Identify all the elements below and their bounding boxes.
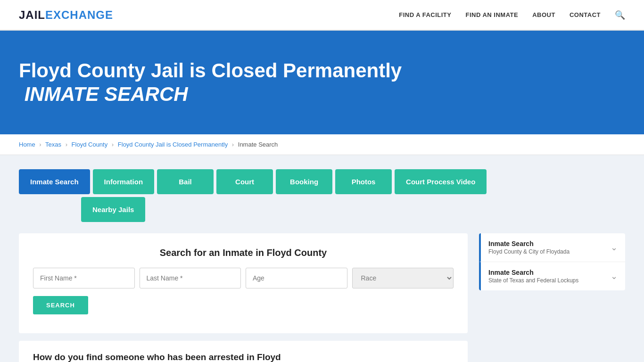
sidebar-item-texas-federal[interactable]: Inmate Search State of Texas and Federal… bbox=[479, 262, 625, 290]
breadcrumb-sep-1: › bbox=[39, 141, 41, 148]
breadcrumb: Home › Texas › Floyd County › Floyd Coun… bbox=[0, 134, 644, 155]
header: JAILEXCHANGE FIND A FACILITY FIND AN INM… bbox=[0, 0, 644, 31]
breadcrumb-home[interactable]: Home bbox=[19, 141, 35, 148]
tab-information[interactable]: Information bbox=[93, 169, 155, 194]
logo[interactable]: JAILEXCHANGE bbox=[19, 8, 113, 22]
hero-title-italic: INMATE SEARCH bbox=[25, 83, 188, 105]
content-grid: Search for an Inmate in Floyd County Rac… bbox=[19, 233, 625, 362]
first-name-input[interactable] bbox=[33, 268, 135, 288]
breadcrumb-texas[interactable]: Texas bbox=[45, 141, 61, 148]
search-fields: Race White Black Hispanic Asian Other bbox=[33, 268, 454, 288]
age-input[interactable] bbox=[246, 268, 347, 288]
logo-jail: JAIL bbox=[19, 8, 45, 21]
tab-photos[interactable]: Photos bbox=[335, 169, 392, 194]
breadcrumb-sep-2: › bbox=[66, 141, 67, 148]
tab-inmate-search[interactable]: Inmate Search bbox=[19, 169, 90, 194]
tab-court-process-video[interactable]: Court Process Video bbox=[395, 169, 487, 194]
hero-title-main: Floyd County Jail is Closed Permanently bbox=[19, 59, 402, 82]
tab-court[interactable]: Court bbox=[216, 169, 273, 194]
search-card: Search for an Inmate in Floyd County Rac… bbox=[19, 233, 468, 333]
breadcrumb-sep-4: › bbox=[232, 141, 234, 148]
chevron-down-icon-1: ⌄ bbox=[611, 242, 618, 253]
sidebar-item-floyd-county-title: Inmate Search bbox=[488, 240, 570, 247]
sidebar-item-texas-federal-title: Inmate Search bbox=[488, 269, 578, 276]
bottom-card: How do you find someone who has been arr… bbox=[19, 341, 468, 362]
last-name-input[interactable] bbox=[140, 268, 241, 288]
tab-nearby-jails[interactable]: Nearby Jails bbox=[81, 197, 145, 222]
nav-find-inmate[interactable]: FIND AN INMATE bbox=[465, 11, 518, 18]
logo-exchange: EXCHANGE bbox=[45, 8, 113, 21]
breadcrumb-current: Inmate Search bbox=[238, 141, 278, 148]
sidebar: Inmate Search Floyd County & City of Flo… bbox=[479, 233, 625, 293]
tabs-row-2: Nearby Jails bbox=[19, 197, 625, 222]
breadcrumb-sep-3: › bbox=[112, 141, 114, 148]
breadcrumb-floyd-county[interactable]: Floyd County bbox=[72, 141, 108, 148]
chevron-down-icon-2: ⌄ bbox=[611, 271, 618, 281]
sidebar-item-floyd-county-text: Inmate Search Floyd County & City of Flo… bbox=[488, 240, 570, 255]
race-select[interactable]: Race White Black Hispanic Asian Other bbox=[352, 268, 454, 288]
bottom-card-title: How do you find someone who has been arr… bbox=[33, 352, 454, 362]
tabs-row-1: Inmate Search Information Bail Court Boo… bbox=[19, 169, 625, 194]
nav-find-facility[interactable]: FIND A FACILITY bbox=[399, 11, 451, 18]
tab-booking[interactable]: Booking bbox=[276, 169, 332, 194]
sidebar-section: Inmate Search Floyd County & City of Flo… bbox=[479, 233, 625, 290]
sidebar-item-texas-federal-subtitle: State of Texas and Federal Lockups bbox=[488, 277, 578, 284]
nav-contact[interactable]: CONTACT bbox=[570, 11, 601, 18]
left-column: Search for an Inmate in Floyd County Rac… bbox=[19, 233, 468, 362]
search-icon[interactable]: 🔍 bbox=[615, 10, 625, 20]
hero-banner: Floyd County Jail is Closed Permanently … bbox=[0, 31, 644, 134]
main-content: Inmate Search Information Bail Court Boo… bbox=[0, 155, 644, 362]
breadcrumb-jail-page[interactable]: Floyd County Jail is Closed Permanently bbox=[118, 141, 228, 148]
search-button[interactable]: SEARCH bbox=[33, 296, 88, 314]
nav-about[interactable]: ABOUT bbox=[532, 11, 555, 18]
sidebar-item-floyd-county[interactable]: Inmate Search Floyd County & City of Flo… bbox=[479, 233, 625, 262]
page-title: Floyd County Jail is Closed Permanently … bbox=[19, 59, 443, 107]
tab-bail[interactable]: Bail bbox=[157, 169, 214, 194]
sidebar-item-texas-federal-text: Inmate Search State of Texas and Federal… bbox=[488, 269, 578, 284]
search-card-title: Search for an Inmate in Floyd County bbox=[33, 247, 454, 258]
main-nav: FIND A FACILITY FIND AN INMATE ABOUT CON… bbox=[399, 10, 625, 20]
sidebar-item-floyd-county-subtitle: Floyd County & City of Floydada bbox=[488, 248, 570, 255]
